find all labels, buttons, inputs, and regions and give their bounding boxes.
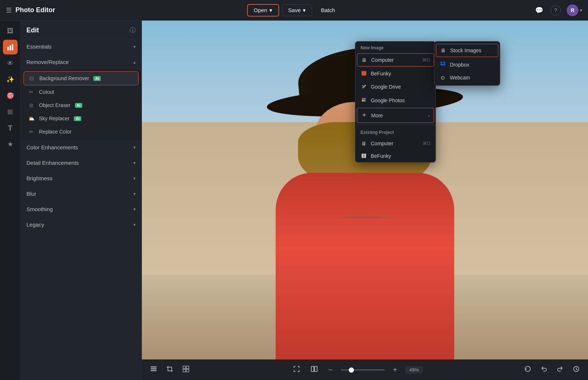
- hamburger-icon[interactable]: ☰: [6, 6, 12, 14]
- legacy-label: Legacy: [26, 221, 44, 228]
- webcam-label: Webcam: [450, 75, 470, 81]
- svg-rect-9: [151, 366, 157, 367]
- history-button[interactable]: [570, 364, 582, 376]
- sidebar-item-photos[interactable]: 🖼: [3, 24, 18, 38]
- chat-button[interactable]: 💬: [534, 5, 545, 16]
- monitor-existing-icon: 🖥: [361, 141, 367, 146]
- redo-button[interactable]: [554, 364, 566, 376]
- sidebar-item-effects[interactable]: 👁: [3, 56, 18, 71]
- edit-panel: Edit ⓘ Essentials ▾ Remove/Replace ▴ ⊡ B…: [21, 21, 142, 380]
- zoom-out-button[interactable]: −: [326, 364, 335, 376]
- info-icon[interactable]: ⓘ: [130, 26, 136, 34]
- edit-panel-header: Edit ⓘ: [21, 21, 141, 39]
- main-layout: 🖼 👁 ✨ 🎯 ⊞ T ★ Edit ⓘ Essentials ▾ Remove…: [0, 21, 588, 380]
- submenu-dropbox[interactable]: Dropbox: [434, 58, 500, 71]
- tool-cutout[interactable]: ✂ Cutout: [21, 85, 141, 99]
- svg-rect-8: [151, 368, 157, 369]
- batch-button[interactable]: Batch: [315, 5, 341, 15]
- brightness-label: Brightness: [26, 175, 53, 181]
- dropdown-divider: [355, 124, 435, 125]
- stock-images-icon: 🖥: [440, 47, 447, 53]
- befunky-new-label: BeFunky: [371, 71, 391, 77]
- save-label: Save: [288, 7, 301, 13]
- section-remove-replace[interactable]: Remove/Replace ▴: [21, 54, 141, 70]
- bottom-toolbar-left: [148, 364, 192, 376]
- sidebar-item-edit[interactable]: [3, 40, 18, 54]
- dropdown-computer-existing[interactable]: 🖥 Computer ⌘O: [355, 137, 435, 150]
- canvas-content: New Image 🖥 Computer ⌘O 🅱 BeFunky: [142, 21, 588, 359]
- smoothing-chevron-icon: ▾: [133, 207, 136, 212]
- befunky-existing-label: BeFunky: [371, 153, 391, 159]
- dropdown-google-drive[interactable]: Google Drive: [355, 80, 435, 93]
- sky-replacer-ai-badge: Ai: [74, 116, 81, 121]
- existing-project-label: Existing Project: [355, 126, 435, 137]
- sidebar-item-graphics[interactable]: ★: [3, 137, 18, 152]
- dropdown-more[interactable]: + More ›: [357, 108, 434, 123]
- more-arrow-icon: ›: [428, 113, 430, 118]
- sidebar-item-text[interactable]: T: [3, 121, 18, 135]
- section-essentials[interactable]: Essentials ▾: [21, 39, 141, 54]
- canvas-area: New Image 🖥 Computer ⌘O 🅱 BeFunky: [142, 21, 588, 380]
- new-image-section-label: New Image: [355, 42, 435, 53]
- more-label: More: [371, 113, 383, 118]
- tool-replace-color[interactable]: ✏ Replace Color: [21, 125, 141, 138]
- essentials-label: Essentials: [26, 43, 51, 50]
- grid-button[interactable]: [180, 364, 192, 376]
- replace-color-icon: ✏: [28, 129, 35, 135]
- background-remover-icon: ⊡: [28, 75, 35, 81]
- brightness-chevron-icon: ▾: [133, 176, 136, 181]
- plus-icon: +: [361, 111, 368, 119]
- dropdown-google-photos[interactable]: Google Photos: [355, 93, 435, 107]
- sidebar-item-touchup[interactable]: ✨: [3, 72, 18, 87]
- svg-rect-11: [186, 366, 189, 369]
- monitor-icon: 🖥: [361, 57, 368, 63]
- section-legacy[interactable]: Legacy ▾: [21, 217, 141, 232]
- icon-sidebar: 🖼 👁 ✨ 🎯 ⊞ T ★: [0, 21, 21, 380]
- crop-button[interactable]: [164, 364, 176, 376]
- svg-rect-14: [311, 366, 314, 372]
- color-enhancements-chevron-icon: ▾: [133, 145, 136, 150]
- save-button[interactable]: Save ▾: [282, 4, 312, 16]
- compare-button[interactable]: [308, 364, 320, 376]
- svg-rect-1: [10, 45, 11, 50]
- tool-object-eraser[interactable]: ◎ Object Eraser Ai: [21, 99, 141, 112]
- zoom-in-button[interactable]: +: [391, 364, 399, 376]
- tool-sky-replacer[interactable]: ⛅ Sky Replacer Ai: [21, 112, 141, 125]
- more-submenu: 🖥 Stock Images: [434, 41, 500, 86]
- sky-replacer-icon: ⛅: [28, 116, 35, 121]
- sidebar-item-frames[interactable]: 🎯: [3, 88, 18, 103]
- bottom-toolbar-center: − + 49%: [198, 364, 516, 376]
- section-brightness[interactable]: Brightness ▾: [21, 171, 141, 186]
- sidebar-item-overlays[interactable]: ⊞: [3, 104, 18, 119]
- section-blur[interactable]: Blur ▾: [21, 186, 141, 202]
- svg-point-6: [364, 100, 366, 102]
- section-detail-enhancements[interactable]: Detail Enhancements ▾: [21, 155, 141, 171]
- submenu-webcam[interactable]: ⊙ Webcam: [434, 71, 500, 84]
- avatar-group: R ▾: [567, 4, 582, 16]
- color-enhancements-label: Color Enhancements: [26, 144, 78, 150]
- help-button[interactable]: ?: [551, 5, 561, 15]
- bottom-toolbar-right: [522, 364, 582, 376]
- zoom-slider[interactable]: [341, 369, 385, 370]
- replace-color-label: Replace Color: [39, 129, 72, 135]
- section-smoothing[interactable]: Smoothing ▾: [21, 202, 141, 217]
- dropdown-computer-new[interactable]: 🖥 Computer ⌘O: [357, 53, 434, 67]
- expand-button[interactable]: [291, 364, 302, 376]
- section-color-enhancements[interactable]: Color Enhancements ▾: [21, 140, 141, 155]
- tool-background-remover[interactable]: ⊡ Background Remover Ai: [24, 71, 139, 85]
- webcam-icon: ⊙: [440, 75, 446, 81]
- open-button[interactable]: Open ▾: [247, 4, 279, 17]
- befunky-icon: 🅱: [361, 71, 367, 76]
- reset-button[interactable]: [522, 364, 534, 376]
- undo-button[interactable]: [538, 364, 550, 376]
- dropdown-befunky-existing[interactable]: 🅱 BeFunky: [355, 150, 435, 162]
- svg-rect-10: [183, 366, 186, 369]
- remove-replace-chevron-icon: ▴: [133, 60, 136, 65]
- dropdown-befunky-new[interactable]: 🅱 BeFunky: [355, 67, 435, 80]
- avatar-chevron-icon[interactable]: ▾: [580, 8, 582, 13]
- layers-button[interactable]: [148, 364, 159, 376]
- svg-point-5: [362, 100, 364, 102]
- submenu-stock-images[interactable]: 🖥 Stock Images: [436, 44, 498, 57]
- blur-label: Blur: [26, 191, 36, 197]
- avatar[interactable]: R: [567, 4, 578, 16]
